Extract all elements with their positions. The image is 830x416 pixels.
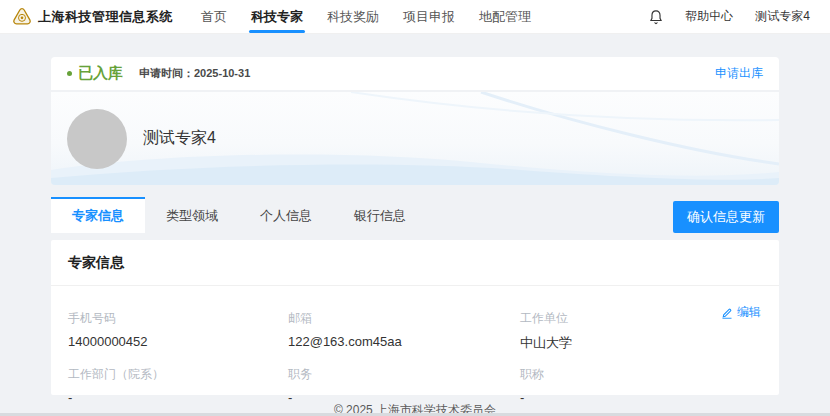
- nav-item-tech-experts[interactable]: 科技专家: [239, 0, 315, 33]
- field-label: 手机号码: [68, 310, 288, 327]
- apply-time-value: 2025-10-31: [194, 67, 250, 79]
- apply-time: 申请时间：2025-10-31: [139, 66, 250, 81]
- edit-button[interactable]: 编辑: [721, 304, 761, 321]
- expert-info-card: 专家信息 编辑 手机号码 14000000452 邮箱 122@1: [51, 240, 779, 395]
- pencil-icon: [721, 307, 733, 319]
- tabs: 专家信息 类型领域 个人信息 银行信息: [51, 197, 427, 233]
- field-department: 工作部门（院系） -: [68, 366, 288, 405]
- field-title: 职称 -: [520, 366, 763, 405]
- field-mobile: 手机号码 14000000452: [68, 310, 288, 352]
- status-dot-icon: [67, 71, 72, 76]
- section-body: 编辑 手机号码 14000000452 邮箱 122@163.com45aa 工…: [51, 286, 779, 416]
- tabs-row: 专家信息 类型领域 个人信息 银行信息 确认信息更新: [51, 197, 779, 233]
- main-content: 已入库 申请时间：2025-10-31 申请出库 测试专家4 专家信息 类型领域…: [51, 57, 779, 395]
- section-title: 专家信息: [51, 240, 779, 286]
- notification-bell-icon[interactable]: [649, 9, 663, 25]
- status-badge: 已入库: [78, 64, 123, 83]
- brand: 上海科技管理信息系统: [12, 7, 173, 27]
- top-navbar: 上海科技管理信息系统 首页 科技专家 科技奖励 项目申报 地配管理 帮助中心 测…: [0, 0, 830, 34]
- avatar: [67, 109, 127, 169]
- nav-item-allocation-mgmt[interactable]: 地配管理: [467, 0, 543, 33]
- edit-label: 编辑: [737, 304, 761, 321]
- nav-item-project-declare[interactable]: 项目申报: [391, 0, 467, 33]
- field-position: 职务 -: [288, 366, 520, 405]
- field-value: 14000000452: [68, 334, 288, 349]
- tab-expert-info[interactable]: 专家信息: [51, 197, 145, 233]
- nav-item-tech-awards[interactable]: 科技奖励: [315, 0, 391, 33]
- tab-personal-info[interactable]: 个人信息: [239, 197, 333, 233]
- expert-name: 测试专家4: [143, 128, 216, 149]
- main-nav: 首页 科技专家 科技奖励 项目申报 地配管理: [189, 0, 543, 33]
- status-bar: 已入库 申请时间：2025-10-31 申请出库: [51, 57, 779, 90]
- field-value: 122@163.com45aa: [288, 334, 520, 349]
- field-label: 工作部门（院系）: [68, 366, 288, 383]
- help-center-link[interactable]: 帮助中心: [685, 8, 733, 25]
- user-menu[interactable]: 测试专家4: [755, 8, 810, 25]
- field-value: -: [520, 390, 763, 405]
- field-value: -: [288, 390, 520, 405]
- confirm-info-update-button[interactable]: 确认信息更新: [673, 201, 779, 233]
- status-left: 已入库 申请时间：2025-10-31: [67, 64, 250, 83]
- field-label: 职务: [288, 366, 520, 383]
- field-label: 邮箱: [288, 310, 520, 327]
- app-logo-icon: [12, 7, 32, 27]
- tab-bank-info[interactable]: 银行信息: [333, 197, 427, 233]
- nav-item-home[interactable]: 首页: [189, 0, 239, 33]
- field-email: 邮箱 122@163.com45aa: [288, 310, 520, 352]
- topbar-right: 帮助中心 测试专家4: [649, 8, 818, 25]
- field-value: 中山大学: [520, 334, 763, 352]
- fields-grid: 手机号码 14000000452 邮箱 122@163.com45aa 工作单位…: [68, 310, 763, 405]
- request-outbound-link[interactable]: 申请出库: [715, 65, 763, 82]
- hero-banner: 测试专家4: [51, 92, 779, 185]
- field-label: 职称: [520, 366, 763, 383]
- field-value: -: [68, 390, 288, 405]
- app-title: 上海科技管理信息系统: [38, 8, 173, 26]
- tab-type-domain[interactable]: 类型领域: [145, 197, 239, 233]
- apply-time-label: 申请时间：: [139, 67, 194, 79]
